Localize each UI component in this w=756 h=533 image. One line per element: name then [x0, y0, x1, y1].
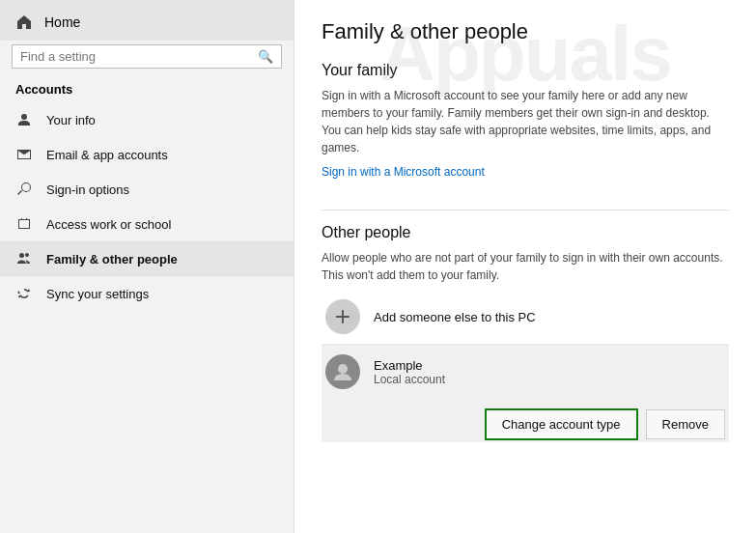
sidebar-item-sync[interactable]: Sync your settings	[0, 276, 294, 311]
remove-button[interactable]: Remove	[646, 409, 725, 439]
briefcase-icon	[15, 215, 33, 233]
other-people-title: Other people	[322, 224, 729, 241]
section-divider	[322, 210, 729, 210]
svg-point-0	[338, 364, 348, 374]
sidebar-item-label: Your info	[46, 113, 96, 127]
sidebar-section-title: Accounts	[0, 76, 294, 102]
your-family-desc: Sign in with a Microsoft account to see …	[322, 87, 729, 156]
page-title: Family & other people	[322, 19, 729, 44]
group-icon	[15, 250, 33, 267]
main-content: Appuals Family & other people Your famil…	[294, 0, 756, 533]
user-row: Example Local account	[322, 345, 729, 399]
microsoft-account-link[interactable]: Sign in with a Microsoft account	[322, 165, 485, 179]
add-person-icon	[325, 299, 360, 334]
sidebar-item-label: Access work or school	[46, 217, 171, 232]
your-family-title: Your family	[322, 62, 729, 79]
user-name: Example	[374, 358, 725, 373]
person-icon	[15, 111, 33, 128]
avatar	[325, 354, 360, 389]
search-box[interactable]: 🔍	[12, 44, 282, 69]
home-label: Home	[44, 14, 80, 30]
sync-icon	[15, 285, 33, 302]
sidebar-item-work-school[interactable]: Access work or school	[0, 207, 294, 241]
sidebar-item-sign-in[interactable]: Sign-in options	[0, 172, 294, 207]
user-type: Local account	[374, 373, 725, 386]
sidebar-item-email-app[interactable]: Email & app accounts	[0, 137, 294, 172]
search-input[interactable]	[20, 49, 258, 64]
other-people-desc: Allow people who are not part of your fa…	[322, 249, 729, 284]
home-icon	[15, 14, 33, 31]
user-info: Example Local account	[374, 358, 725, 386]
action-bar: Change account type Remove	[322, 399, 729, 442]
search-icon: 🔍	[258, 49, 273, 64]
sidebar-item-label: Family & other people	[46, 252, 178, 266]
add-person-label: Add someone else to this PC	[374, 310, 536, 324]
sidebar-item-label: Email & app accounts	[46, 148, 168, 162]
sidebar: Home 🔍 Accounts Your info Email & app ac…	[0, 0, 294, 533]
key-icon	[15, 181, 33, 198]
email-icon	[15, 146, 33, 163]
sidebar-item-your-info[interactable]: Your info	[0, 102, 294, 137]
change-account-type-button[interactable]: Change account type	[485, 408, 638, 440]
sidebar-item-label: Sync your settings	[46, 287, 149, 301]
sidebar-item-label: Sign-in options	[46, 182, 129, 197]
sidebar-item-family[interactable]: Family & other people	[0, 241, 294, 276]
sidebar-home-button[interactable]: Home	[0, 0, 294, 41]
add-person-row[interactable]: Add someone else to this PC	[322, 290, 729, 345]
